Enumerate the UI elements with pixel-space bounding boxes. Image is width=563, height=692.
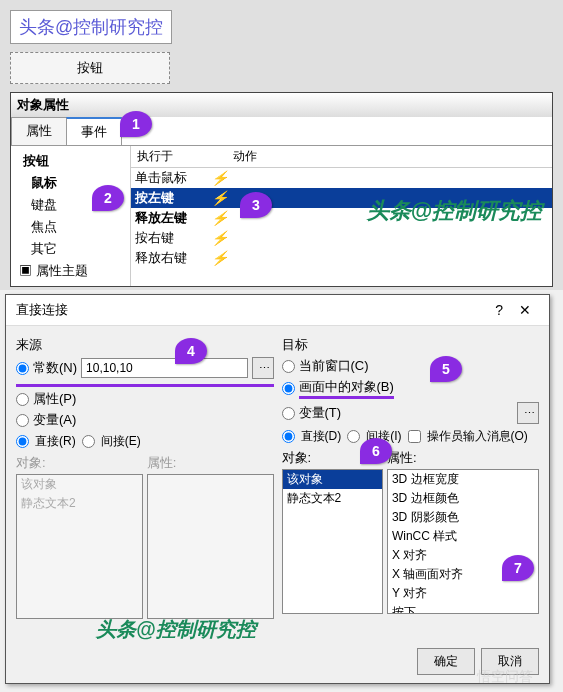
picker-button[interactable]: ⋯	[517, 402, 539, 424]
tree-other[interactable]: 其它	[15, 238, 126, 260]
event-list: 执行于 动作 单击鼠标⚡ 按左键⚡ 释放左键⚡ 按右键⚡ 释放右键⚡ 头条@控制…	[131, 146, 552, 286]
event-row[interactable]: 按右键⚡	[131, 228, 552, 248]
property-label: 属性(P)	[33, 390, 76, 408]
bolt-icon: ⚡	[211, 250, 228, 266]
source-label: 来源	[16, 336, 274, 354]
bolt-icon: ⚡	[211, 230, 228, 246]
tree-root[interactable]: 按钮	[15, 150, 126, 172]
close-icon[interactable]: ✕	[511, 302, 539, 318]
radio-variable-tgt[interactable]	[282, 407, 295, 420]
props-title: 对象属性	[11, 93, 552, 117]
col-exec: 执行于	[133, 148, 213, 165]
list-item[interactable]: 3D 边框宽度	[388, 470, 538, 489]
list-item[interactable]: 该对象	[283, 470, 382, 489]
object-properties-panel: 对象属性 属性 事件 按钮 鼠标 键盘 焦点 其它 ▣ 属性主题 执行于 动作 …	[10, 92, 553, 287]
picker-button[interactable]: ⋯	[252, 357, 274, 379]
event-tree: 按钮 鼠标 键盘 焦点 其它 ▣ 属性主题	[11, 146, 131, 286]
tree-theme[interactable]: ▣ 属性主题	[15, 260, 126, 282]
radio-current-window[interactable]	[282, 360, 295, 373]
list-item[interactable]: 静态文本2	[283, 489, 382, 508]
watermark: 头条@控制研究控	[367, 196, 542, 226]
annotation-balloon: 4	[175, 338, 207, 364]
constant-label: 常数(N)	[33, 359, 77, 377]
bolt-icon: ⚡	[211, 170, 228, 186]
radio-property[interactable]	[16, 393, 29, 406]
checkbox-oper-msg[interactable]	[408, 430, 421, 443]
annotation-balloon: 6	[360, 438, 392, 464]
col-action: 动作	[213, 148, 257, 165]
platform-watermark: 悟空问答	[477, 668, 533, 686]
help-button[interactable]: ?	[487, 302, 511, 318]
canvas-button[interactable]: 按钮	[10, 52, 170, 84]
radio-object-in-pic[interactable]	[282, 382, 295, 395]
watermark: 头条@控制研究控	[96, 616, 256, 643]
event-row[interactable]: 释放右键⚡	[131, 248, 552, 268]
list-item[interactable]: 3D 边框颜色	[388, 489, 538, 508]
tab-events[interactable]: 事件	[66, 117, 122, 145]
list-item: 该对象	[17, 475, 142, 494]
src-prop-label: 属性:	[147, 454, 274, 472]
tgt-prop-label: 属性:	[387, 449, 539, 467]
tgt-obj-list[interactable]: 该对象 静态文本2	[282, 469, 383, 614]
annotation-balloon: 5	[430, 356, 462, 382]
bolt-icon: ⚡	[211, 190, 228, 206]
ok-button[interactable]: 确定	[417, 648, 475, 675]
tgt-prop-list[interactable]: 3D 边框宽度 3D 边框颜色 3D 阴影颜色 WinCC 样式 X 对齐 X …	[387, 469, 539, 614]
radio-indirect-tgt[interactable]	[347, 430, 360, 443]
tab-attributes[interactable]: 属性	[11, 117, 67, 145]
list-item[interactable]: WinCC 样式	[388, 527, 538, 546]
src-obj-label: 对象:	[16, 454, 143, 472]
list-item[interactable]: 按下	[388, 603, 538, 614]
target-label: 目标	[282, 336, 540, 354]
direct-connection-dialog: 直接连接 ? ✕ 来源 常数(N) ⋯ 属性(P) 变量(A) 直接(R) 间接…	[5, 294, 550, 684]
annotation-balloon: 3	[240, 192, 272, 218]
dialog-title: 直接连接	[16, 301, 487, 319]
variable-src-label: 变量(A)	[33, 411, 76, 429]
tree-focus[interactable]: 焦点	[15, 216, 126, 238]
event-row[interactable]: 单击鼠标⚡	[131, 168, 552, 188]
annotation-balloon: 2	[92, 185, 124, 211]
src-prop-list	[147, 474, 274, 619]
radio-direct-tgt[interactable]	[282, 430, 295, 443]
radio-direct-src[interactable]	[16, 435, 29, 448]
bolt-icon: ⚡	[211, 210, 228, 226]
source-group: 来源 常数(N) ⋯ 属性(P) 变量(A) 直接(R) 间接(E) 对象:	[16, 336, 274, 636]
tabs: 属性 事件	[11, 117, 552, 146]
radio-variable-src[interactable]	[16, 414, 29, 427]
constant-input[interactable]	[81, 358, 247, 378]
radio-constant[interactable]	[16, 362, 29, 375]
target-group: 目标 当前窗口(C) 画面中的对象(B) 变量(T)⋯ 直接(D) 间接(I) …	[282, 336, 540, 636]
annotation-balloon: 1	[120, 111, 152, 137]
src-obj-list: 该对象 静态文本2	[16, 474, 143, 619]
canvas-title: 头条@控制研究控	[10, 10, 172, 44]
list-item[interactable]: 3D 阴影颜色	[388, 508, 538, 527]
list-item[interactable]: Y 对齐	[388, 584, 538, 603]
radio-indirect-src[interactable]	[82, 435, 95, 448]
annotation-balloon: 7	[502, 555, 534, 581]
list-item: 静态文本2	[17, 494, 142, 513]
